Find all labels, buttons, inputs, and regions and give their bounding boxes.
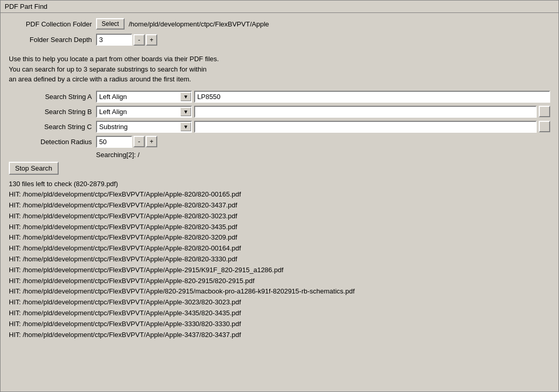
search-string-a-input[interactable] (194, 91, 550, 103)
search-string-c-row: Search String C Substring ▼ (9, 121, 550, 133)
detection-minus-button[interactable]: - (133, 136, 145, 147)
info-line-3: an area defined by a circle with a radiu… (9, 74, 550, 85)
info-line-2: You can search for up to 3 separate subs… (9, 64, 550, 75)
list-item: HIT: /home/pld/development/ctpc/FlexBVPV… (9, 222, 550, 233)
stop-search-button[interactable]: Stop Search (9, 162, 59, 175)
info-line-1: Use this to help you locate a part from … (9, 54, 550, 64)
list-item: HIT: /home/pld/development/ctpc/FlexBVPV… (9, 330, 550, 341)
info-text: Use this to help you locate a part from … (9, 54, 550, 85)
search-string-a-align-dropdown[interactable]: Left Align ▼ (96, 91, 192, 103)
search-string-c-arrow[interactable]: ▼ (181, 122, 191, 131)
list-item: HIT: /home/pld/development/ctpc/FlexBVPV… (9, 276, 550, 287)
search-string-c-align-dropdown[interactable]: Substring ▼ (96, 121, 192, 133)
panel-title: PDF Part Find (1, 1, 558, 13)
search-string-b-extra-btn[interactable] (539, 106, 550, 117)
search-string-c-label: Search String C (9, 123, 92, 131)
search-string-c-input[interactable] (194, 121, 537, 133)
collection-folder-label: PDF Collection Folder (9, 20, 92, 28)
list-item: HIT: /home/pld/development/ctpc/FlexBVPV… (9, 254, 550, 265)
detection-plus-button[interactable]: + (146, 136, 157, 147)
depth-minus-button[interactable]: - (133, 34, 145, 46)
files-left-count: 130 files left to check (820-2879.pdf) (9, 179, 550, 190)
list-item: HIT: /home/pld/development/ctpc/FlexBVPV… (9, 308, 550, 319)
detection-radius-row: Detection Radius - + (9, 136, 550, 148)
search-string-b-label: Search String B (9, 108, 92, 116)
search-string-b-align-dropdown[interactable]: Left Align ▼ (96, 106, 192, 118)
search-string-c-align-value: Substring (97, 122, 181, 132)
main-window: PDF Part Find PDF Collection Folder Sele… (0, 0, 559, 392)
folder-search-depth-row: Folder Search Depth - + (9, 34, 550, 46)
detection-radius-label: Detection Radius (9, 138, 92, 146)
searching-status: Searching[2]: / (96, 151, 550, 159)
folder-search-depth-label: Folder Search Depth (9, 36, 92, 44)
detection-radius-input[interactable] (96, 136, 132, 148)
list-item: HIT: /home/pld/development/ctpc/FlexBVPV… (9, 211, 550, 222)
search-string-a-label: Search String A (9, 93, 92, 101)
folder-path: /home/pld/development/ctpc/FlexBVPVT/App… (129, 20, 269, 28)
search-string-b-input[interactable] (194, 106, 537, 118)
list-item: HIT: /home/pld/development/ctpc/FlexBVPV… (9, 265, 550, 276)
collection-folder-row: PDF Collection Folder Select /home/pld/d… (9, 18, 550, 30)
depth-plus-button[interactable]: + (146, 34, 157, 46)
list-item: HIT: /home/pld/development/ctpc/FlexBVPV… (9, 286, 550, 297)
list-item: HIT: /home/pld/development/ctpc/FlexBVPV… (9, 319, 550, 330)
list-item: HIT: /home/pld/development/ctpc/FlexBVPV… (9, 297, 550, 308)
list-item: HIT: /home/pld/development/ctpc/FlexBVPV… (9, 232, 550, 243)
search-string-a-arrow[interactable]: ▼ (181, 92, 191, 101)
results-area: 130 files left to check (820-2879.pdf) H… (9, 179, 550, 387)
list-item: HIT: /home/pld/development/ctpc/FlexBVPV… (9, 189, 550, 200)
depth-input[interactable] (96, 34, 132, 46)
panel-content: PDF Collection Folder Select /home/pld/d… (1, 13, 558, 391)
hits-container: HIT: /home/pld/development/ctpc/FlexBVPV… (9, 189, 550, 340)
search-string-a-row: Search String A Left Align ▼ (9, 91, 550, 103)
search-string-b-align-value: Left Align (97, 107, 181, 117)
search-string-b-row: Search String B Left Align ▼ (9, 106, 550, 118)
select-button[interactable]: Select (96, 18, 125, 30)
search-string-a-align-value: Left Align (97, 92, 181, 102)
search-string-b-arrow[interactable]: ▼ (181, 107, 191, 116)
list-item: HIT: /home/pld/development/ctpc/FlexBVPV… (9, 243, 550, 254)
search-string-c-extra-btn[interactable] (539, 121, 550, 132)
list-item: HIT: /home/pld/development/ctpc/FlexBVPV… (9, 200, 550, 211)
